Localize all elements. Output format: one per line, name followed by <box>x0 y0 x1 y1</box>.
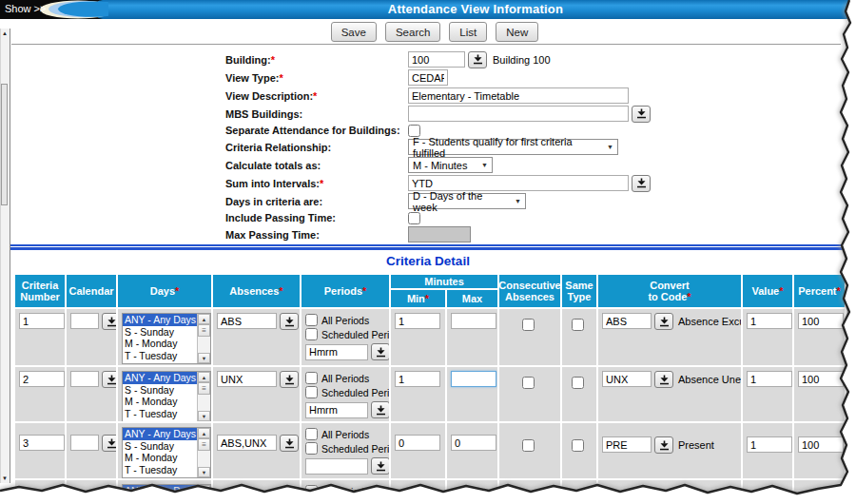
days-listbox[interactable]: ANY - Any Days S - Sunday M - Monday T -… <box>122 371 211 421</box>
calendar-input[interactable] <box>70 435 99 451</box>
calendar-input[interactable] <box>70 313 99 329</box>
criteria-number-input[interactable] <box>19 313 65 329</box>
criteria-number-input[interactable] <box>19 435 65 451</box>
scroll-down-icon[interactable]: ▼ <box>198 411 210 421</box>
absences-input[interactable] <box>217 313 277 329</box>
periods-input[interactable] <box>305 402 368 418</box>
days-option[interactable]: S - Sunday <box>123 326 197 339</box>
days-option[interactable]: T - Tuesday <box>123 464 197 476</box>
convert-code-input[interactable] <box>602 371 652 387</box>
all-periods-option[interactable]: All Periods <box>305 313 386 327</box>
calendar-input[interactable] <box>70 371 99 387</box>
all-periods-option[interactable]: All Periods <box>305 427 386 441</box>
days-option[interactable]: M - Monday <box>123 338 197 350</box>
calendar-lookup-button[interactable] <box>102 371 116 388</box>
value-input[interactable] <box>747 313 792 329</box>
days-option[interactable]: ANY - Any Days <box>123 428 197 440</box>
absences-lookup-button[interactable] <box>280 435 299 452</box>
days-in-criteria-select[interactable]: D - Days of the week▼ <box>408 193 526 209</box>
convert-code-lookup-button[interactable] <box>654 436 673 454</box>
percent-input[interactable] <box>798 371 844 387</box>
absences-input[interactable] <box>217 435 277 451</box>
absences-input[interactable] <box>217 371 277 387</box>
days-option[interactable]: T - Tuesday <box>123 350 197 362</box>
listbox-scrollbar[interactable]: ▲≡▼ <box>197 372 210 421</box>
days-option[interactable]: S - Sunday <box>123 497 197 504</box>
same-type-checkbox[interactable] <box>572 319 584 331</box>
calendar-lookup-button[interactable] <box>102 435 116 452</box>
days-option[interactable]: ANY - Any Days <box>123 314 197 326</box>
scheduled-periods-checkbox[interactable] <box>305 386 318 398</box>
listbox-scrollbar[interactable]: ▲ <box>197 485 210 504</box>
calculate-totals-select[interactable]: M - Minutes▼ <box>408 157 493 173</box>
scroll-thumb[interactable]: ≡ <box>198 382 210 395</box>
show-menu-toggle[interactable]: Show >> <box>5 3 46 14</box>
days-option[interactable]: ANY - Any Days <box>123 372 197 384</box>
sum-intervals-input[interactable] <box>408 175 629 191</box>
convert-code-input[interactable] <box>602 313 652 329</box>
all-periods-option[interactable]: All Periods <box>305 371 386 385</box>
include-passing-checkbox[interactable] <box>408 212 420 224</box>
periods-lookup-button[interactable] <box>371 457 389 475</box>
calendar-lookup-button[interactable] <box>102 313 116 330</box>
new-button[interactable]: New <box>496 22 538 42</box>
scroll-down-icon[interactable]: ▼ <box>1 474 9 483</box>
value-input[interactable] <box>747 371 792 387</box>
percent-input[interactable] <box>798 436 844 453</box>
percent-input[interactable] <box>798 313 844 329</box>
scroll-thumb[interactable]: ≡ <box>198 438 210 451</box>
min-input[interactable] <box>395 371 440 387</box>
building-input[interactable] <box>408 51 465 68</box>
scheduled-periods-option[interactable]: Scheduled Periods <box>305 385 386 399</box>
days-listbox[interactable]: ANY - Any Days S - Sunday M - Monday T -… <box>122 313 211 364</box>
scheduled-periods-option[interactable]: Scheduled Periods <box>305 327 386 341</box>
scheduled-periods-checkbox[interactable] <box>305 328 318 340</box>
max-input[interactable] <box>451 313 496 329</box>
listbox-scrollbar[interactable]: ▲≡▼ <box>197 314 210 363</box>
days-option[interactable]: T - Tuesday <box>123 408 197 420</box>
mbs-buildings-input[interactable] <box>408 106 629 122</box>
scroll-down-icon[interactable]: ▼ <box>198 353 210 363</box>
absences-lookup-button[interactable] <box>280 371 299 388</box>
listbox-scrollbar[interactable]: ▲≡▼ <box>197 428 210 477</box>
periods-lookup-button[interactable] <box>371 401 389 418</box>
scroll-down-icon[interactable]: ▼ <box>198 467 210 477</box>
criteria-relationship-select[interactable]: F - Students qualify for first criteria … <box>408 139 618 155</box>
left-scrollbar[interactable]: ▲ ▼ <box>0 29 10 483</box>
same-type-checkbox[interactable] <box>572 377 584 389</box>
all-periods-checkbox[interactable] <box>305 428 318 440</box>
all-periods-checkbox[interactable] <box>305 372 318 384</box>
same-type-checkbox[interactable] <box>572 439 584 452</box>
scroll-up-icon[interactable]: ▲ <box>1 29 9 38</box>
convert-code-lookup-button[interactable] <box>654 371 673 388</box>
value-input[interactable] <box>747 436 792 453</box>
search-button[interactable]: Search <box>385 22 440 42</box>
periods-input[interactable] <box>305 344 368 360</box>
all-periods-checkbox[interactable] <box>305 485 318 497</box>
save-button[interactable]: Save <box>331 22 377 42</box>
scroll-thumb[interactable] <box>1 84 8 205</box>
consecutive-absences-checkbox[interactable] <box>522 319 535 331</box>
days-option[interactable]: M - Monday <box>123 396 197 408</box>
criteria-number-input[interactable] <box>19 371 65 387</box>
all-periods-option[interactable]: All Periods <box>305 484 386 498</box>
days-option[interactable]: S - Sunday <box>123 384 197 397</box>
days-option[interactable]: M - Monday <box>123 452 197 464</box>
scroll-thumb[interactable]: ≡ <box>198 324 210 337</box>
days-option[interactable]: ANY - Any Days <box>123 485 197 497</box>
min-input[interactable] <box>395 313 440 329</box>
max-input[interactable] <box>451 371 496 387</box>
scheduled-periods-option[interactable]: Scheduled Periods <box>305 441 386 456</box>
days-listbox[interactable]: ANY - Any Days S - Sunday ▲ <box>122 484 211 504</box>
consecutive-absences-checkbox[interactable] <box>522 439 535 452</box>
max-input[interactable] <box>451 435 496 451</box>
consecutive-absences-checkbox[interactable] <box>522 377 535 389</box>
min-input[interactable] <box>395 435 440 451</box>
building-lookup-button[interactable] <box>468 51 487 68</box>
periods-lookup-button[interactable] <box>371 343 389 360</box>
list-button[interactable]: List <box>449 22 487 42</box>
mbs-buildings-lookup-button[interactable] <box>632 106 651 123</box>
convert-code-lookup-button[interactable] <box>654 313 673 330</box>
view-type-input[interactable] <box>408 69 448 86</box>
scroll-up-icon[interactable]: ▲ <box>198 372 210 382</box>
